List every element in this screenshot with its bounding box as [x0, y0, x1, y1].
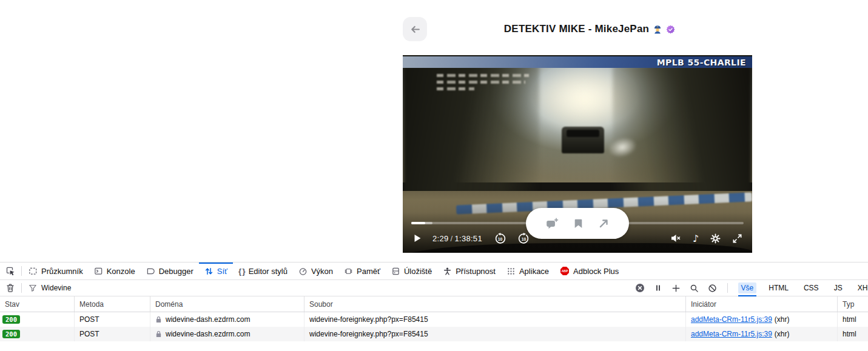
initiator-link[interactable]: addMeta-CRm-11r5.js:39 — [691, 330, 772, 338]
video-title-text: DETEKTIV MIKE - MikeJePan — [504, 23, 649, 35]
time-separator: / — [449, 234, 455, 243]
devtools-toolbar: Průzkumník Konzole Debugger Síť — [0, 262, 868, 280]
video-scene-car — [562, 127, 604, 153]
column-header-stav[interactable]: Stav — [0, 296, 75, 312]
current-time: 2:29 — [432, 234, 449, 243]
filter-input-value: Widevine — [41, 284, 71, 292]
memory-chip-icon — [344, 267, 353, 276]
add-request-icon[interactable] — [671, 284, 681, 293]
storage-drawer-icon — [391, 267, 400, 276]
column-header-soubor[interactable]: Soubor — [304, 296, 686, 312]
svg-text:10: 10 — [498, 236, 503, 241]
filter-type-vse[interactable]: Vše — [738, 282, 757, 293]
network-arrows-icon — [204, 267, 214, 276]
video-player[interactable]: MPLB 55-CHARLIE — [403, 55, 752, 253]
play-button[interactable] — [412, 233, 422, 243]
filter-type-css[interactable]: CSS — [801, 282, 822, 293]
tab-aplikace[interactable]: Aplikace — [501, 262, 554, 279]
search-icon[interactable] — [690, 284, 699, 293]
tab-pristupnost[interactable]: Přístupnost — [437, 262, 501, 279]
method-cell: POST — [75, 327, 150, 341]
tab-debugger[interactable]: Debugger — [141, 262, 199, 279]
tab-konzole[interactable]: Konzole — [89, 262, 141, 279]
mute-icon[interactable] — [670, 233, 681, 243]
duration: 1:38:51 — [454, 234, 482, 243]
filter-type-xhr[interactable]: XHR — [855, 282, 868, 293]
column-header-metoda[interactable]: Metoda — [75, 296, 150, 312]
initiator-cell: addMeta-CRm-11r5.js:39 (xhr) — [686, 312, 838, 327]
pick-element-button[interactable] — [0, 266, 20, 276]
svg-text:10: 10 — [522, 236, 527, 241]
bookmark-icon[interactable] — [573, 218, 584, 229]
filter-bar-right: Vše HTML CSS JS XHR — [635, 280, 868, 296]
add-comment-icon[interactable] — [545, 218, 559, 230]
police-officer-icon — [653, 24, 662, 34]
video-scene-trees-right — [613, 65, 752, 198]
column-header-iniciator[interactable]: Iniciátor — [686, 296, 838, 312]
music-note-icon[interactable]: ♪ — [693, 233, 699, 244]
explorer-box-icon — [29, 267, 38, 276]
dashcam-banner-text: MPLB 55-CHARLIE — [657, 58, 746, 67]
status-badge: 200 — [2, 315, 20, 324]
dots-grid-icon — [506, 267, 516, 276]
verified-badge-icon — [666, 25, 675, 34]
dashcam-timestamp-blur — [437, 74, 541, 94]
skip-forward-10-button[interactable]: 10 — [518, 233, 530, 244]
block-request-icon[interactable] — [708, 284, 717, 293]
clear-requests-button[interactable] — [0, 283, 20, 293]
network-filter-bar: Widevine Vše HT — [0, 280, 868, 296]
devtools-panel: Průzkumník Konzole Debugger Síť — [0, 262, 868, 351]
type-cell: html — [838, 312, 868, 327]
funnel-icon — [29, 284, 37, 292]
tab-pruzkumnik[interactable]: Průzkumník — [23, 262, 89, 279]
time-display: 2:29/1:38:51 — [432, 234, 482, 243]
svg-text:ABP: ABP — [562, 269, 568, 273]
method-cell: POST — [75, 312, 150, 327]
tab-uloziste[interactable]: Úložiště — [386, 262, 437, 279]
lock-icon — [155, 330, 162, 338]
tab-editor-stylu[interactable]: { } Editor stylů — [233, 262, 293, 279]
debugger-icon — [146, 267, 155, 276]
tab-sit[interactable]: Síť — [199, 262, 233, 279]
initiator-link[interactable]: addMeta-CRm-11r5.js:39 — [691, 315, 772, 324]
video-controls-bar: 2:29/1:38:51 10 10 — [412, 230, 742, 246]
fullscreen-icon[interactable] — [732, 233, 742, 244]
network-request-row[interactable]: 200 POST widevine-dash.ezdrm.com widevin… — [0, 312, 868, 327]
tab-pamet[interactable]: Paměť — [338, 262, 386, 279]
dashcam-banner: MPLB 55-CHARLIE — [403, 56, 752, 68]
column-header-typ[interactable]: Typ — [838, 296, 868, 312]
domain-cell: widevine-dash.ezdrm.com — [150, 327, 304, 341]
filter-urls-input[interactable]: Widevine — [29, 284, 71, 292]
type-cell: html — [838, 327, 868, 341]
skip-back-10-button[interactable]: 10 — [494, 233, 506, 244]
page: DETEKTIV MIKE - MikeJePan — [0, 0, 868, 351]
filter-type-html[interactable]: HTML — [765, 282, 792, 293]
accessibility-person-icon — [443, 267, 452, 276]
progress-played — [411, 222, 425, 224]
filter-type-js[interactable]: JS — [831, 282, 846, 293]
status-badge: 200 — [2, 330, 20, 338]
column-header-domena[interactable]: Doména — [150, 296, 304, 312]
clear-filter-icon[interactable] — [635, 283, 645, 293]
video-title: DETEKTIV MIKE - MikeJePan — [421, 22, 758, 36]
abp-badge-icon: ABP — [560, 266, 570, 276]
network-table-header: Stav Metoda Doména Soubor Iniciátor Typ — [0, 296, 868, 312]
initiator-cell: addMeta-CRm-11r5.js:39 (xhr) — [686, 327, 838, 341]
gauge-icon — [298, 267, 308, 276]
console-icon — [94, 267, 103, 276]
domain-cell: widevine-dash.ezdrm.com — [150, 312, 304, 327]
settings-gear-icon[interactable] — [710, 233, 721, 244]
tab-adblock-plus[interactable]: ABP Adblock Plus — [554, 262, 624, 279]
tab-vykon[interactable]: Výkon — [293, 262, 338, 279]
lock-icon — [155, 316, 162, 323]
network-request-row[interactable]: 200 POST widevine-dash.ezdrm.com widevin… — [0, 327, 868, 341]
pause-traffic-icon[interactable] — [654, 284, 662, 292]
share-icon[interactable] — [598, 218, 610, 229]
file-cell: widevine-foreignkey.php?px=F85415 — [304, 327, 686, 341]
braces-icon: { } — [238, 267, 245, 276]
file-cell: widevine-foreignkey.php?px=F85415 — [304, 312, 686, 327]
back-arrow-icon — [409, 24, 421, 35]
